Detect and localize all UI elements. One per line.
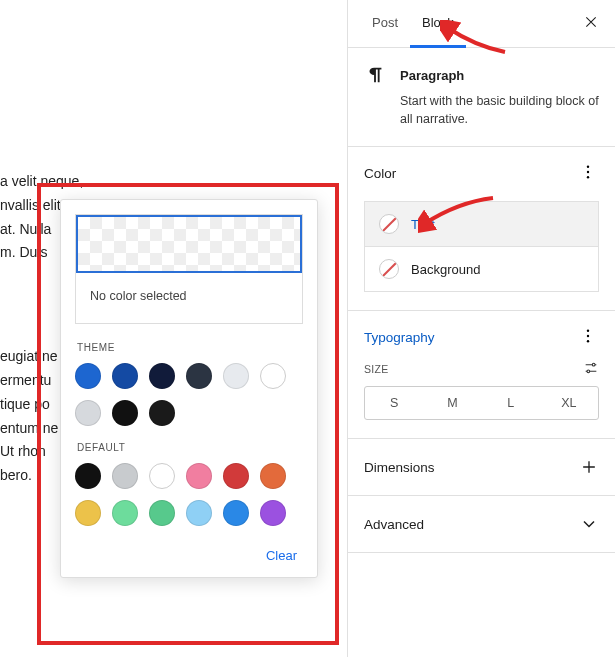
theme-palette [75, 363, 303, 426]
tab-post[interactable]: Post [360, 0, 410, 48]
block-title: Paragraph [400, 68, 464, 83]
size-xl-button[interactable]: XL [540, 387, 598, 419]
svg-point-4 [587, 335, 589, 337]
tab-block[interactable]: Block [410, 0, 466, 48]
color-swatch[interactable] [186, 500, 212, 526]
close-icon [583, 14, 599, 30]
color-swatch[interactable] [75, 363, 101, 389]
svg-point-6 [592, 364, 595, 367]
text-color-label: Text [411, 217, 435, 232]
dimensions-panel-toggle[interactable]: Dimensions [348, 439, 615, 496]
background-color-label: Background [411, 262, 480, 277]
color-swatch[interactable] [75, 463, 101, 489]
advanced-panel-toggle[interactable]: Advanced [348, 496, 615, 553]
color-swatch[interactable] [112, 400, 138, 426]
close-inspector-button[interactable] [579, 10, 603, 37]
color-swatch[interactable] [223, 463, 249, 489]
ellipsis-vertical-icon [579, 163, 597, 181]
inspector-tabs: Post Block [348, 0, 615, 48]
theme-palette-label: THEME [77, 342, 303, 353]
svg-point-1 [587, 171, 589, 173]
color-swatch[interactable] [75, 500, 101, 526]
transparent-swatch-icon [379, 214, 399, 234]
color-swatch[interactable] [223, 363, 249, 389]
transparent-swatch-icon [379, 259, 399, 279]
color-swatch[interactable] [186, 363, 212, 389]
color-panel-title: Color [364, 166, 396, 181]
svg-point-0 [587, 166, 589, 168]
color-swatch[interactable] [112, 363, 138, 389]
color-swatch[interactable] [260, 463, 286, 489]
text-color-button[interactable]: Text [364, 201, 599, 247]
ellipsis-vertical-icon [579, 327, 597, 345]
size-l-button[interactable]: L [482, 387, 540, 419]
color-swatch[interactable] [149, 463, 175, 489]
color-swatch[interactable] [186, 463, 212, 489]
no-color-label: No color selected [76, 273, 302, 323]
block-summary: Paragraph Start with the basic building … [348, 48, 615, 147]
clear-color-button[interactable]: Clear [75, 542, 303, 567]
color-preview: No color selected [75, 214, 303, 324]
font-size-group: S M L XL [364, 386, 599, 420]
color-swatch[interactable] [223, 500, 249, 526]
typography-panel: Typography SIZE S M L XL [348, 311, 615, 439]
paragraph-icon [364, 64, 386, 86]
size-label: SIZE [364, 363, 389, 375]
svg-point-5 [587, 340, 589, 342]
color-swatch[interactable] [112, 500, 138, 526]
chevron-down-icon [579, 514, 599, 534]
color-panel: Color Text Background [348, 147, 615, 311]
background-color-button[interactable]: Background [364, 246, 599, 292]
color-options-button[interactable] [577, 161, 599, 186]
typography-panel-title[interactable]: Typography [364, 330, 435, 345]
typography-options-button[interactable] [577, 325, 599, 350]
inspector-sidebar: Post Block Paragraph Start with the basi… [347, 0, 615, 657]
svg-point-7 [587, 370, 590, 373]
size-m-button[interactable]: M [423, 387, 481, 419]
plus-icon [579, 457, 599, 477]
svg-point-3 [587, 330, 589, 332]
advanced-label: Advanced [364, 517, 424, 532]
size-settings-button[interactable] [583, 360, 599, 378]
custom-color-button[interactable] [76, 215, 302, 273]
color-swatch[interactable] [260, 363, 286, 389]
color-swatch[interactable] [149, 400, 175, 426]
default-palette [75, 463, 303, 526]
default-palette-label: DEFAULT [77, 442, 303, 453]
block-description: Start with the basic building block of a… [400, 92, 599, 128]
svg-point-2 [587, 176, 589, 178]
color-swatch[interactable] [149, 363, 175, 389]
color-swatch[interactable] [149, 500, 175, 526]
size-s-button[interactable]: S [365, 387, 423, 419]
dimensions-label: Dimensions [364, 460, 435, 475]
color-picker-popover: No color selected THEME DEFAULT Clear [60, 199, 318, 578]
color-swatch[interactable] [260, 500, 286, 526]
color-swatch[interactable] [112, 463, 138, 489]
sliders-icon [583, 360, 599, 376]
color-swatch[interactable] [75, 400, 101, 426]
